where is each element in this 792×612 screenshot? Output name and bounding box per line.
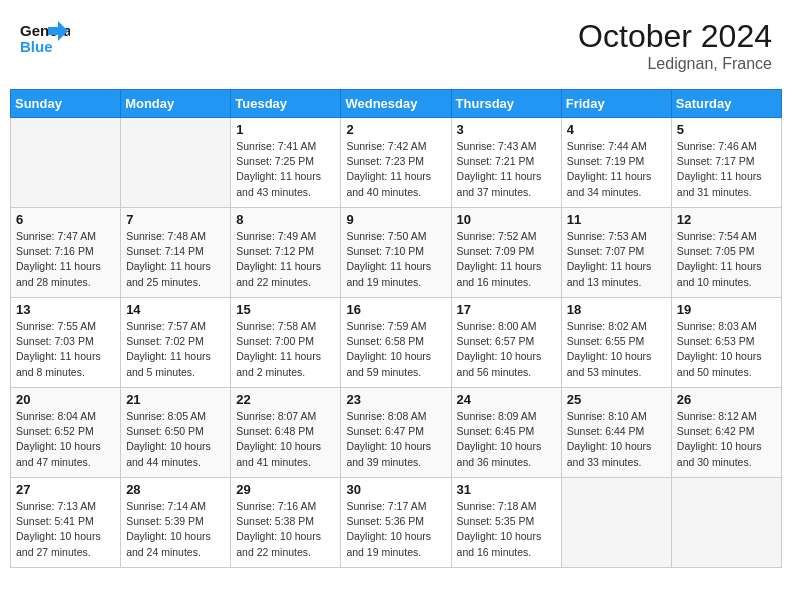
logo-icon: General Blue [20,18,70,63]
calendar-cell: 24Sunrise: 8:09 AM Sunset: 6:45 PM Dayli… [451,388,561,478]
day-info: Sunrise: 8:05 AM Sunset: 6:50 PM Dayligh… [126,409,225,470]
day-info: Sunrise: 8:03 AM Sunset: 6:53 PM Dayligh… [677,319,776,380]
calendar-cell: 14Sunrise: 7:57 AM Sunset: 7:02 PM Dayli… [121,298,231,388]
day-number: 4 [567,122,666,137]
page-header: General Blue October 2024 Ledignan, Fran… [10,10,782,81]
day-number: 29 [236,482,335,497]
calendar-week-row: 20Sunrise: 8:04 AM Sunset: 6:52 PM Dayli… [11,388,782,478]
calendar-cell [121,118,231,208]
day-number: 30 [346,482,445,497]
calendar-cell: 1Sunrise: 7:41 AM Sunset: 7:25 PM Daylig… [231,118,341,208]
day-number: 12 [677,212,776,227]
weekday-header-tuesday: Tuesday [231,90,341,118]
calendar-cell: 11Sunrise: 7:53 AM Sunset: 7:07 PM Dayli… [561,208,671,298]
weekday-header-friday: Friday [561,90,671,118]
calendar-cell: 31Sunrise: 7:18 AM Sunset: 5:35 PM Dayli… [451,478,561,568]
calendar-cell: 9Sunrise: 7:50 AM Sunset: 7:10 PM Daylig… [341,208,451,298]
day-number: 23 [346,392,445,407]
location-title: Ledignan, France [578,55,772,73]
day-info: Sunrise: 7:55 AM Sunset: 7:03 PM Dayligh… [16,319,115,380]
day-info: Sunrise: 7:50 AM Sunset: 7:10 PM Dayligh… [346,229,445,290]
calendar-week-row: 6Sunrise: 7:47 AM Sunset: 7:16 PM Daylig… [11,208,782,298]
day-number: 27 [16,482,115,497]
day-number: 1 [236,122,335,137]
calendar-cell: 22Sunrise: 8:07 AM Sunset: 6:48 PM Dayli… [231,388,341,478]
day-info: Sunrise: 7:57 AM Sunset: 7:02 PM Dayligh… [126,319,225,380]
day-info: Sunrise: 8:04 AM Sunset: 6:52 PM Dayligh… [16,409,115,470]
day-info: Sunrise: 7:49 AM Sunset: 7:12 PM Dayligh… [236,229,335,290]
calendar-cell: 17Sunrise: 8:00 AM Sunset: 6:57 PM Dayli… [451,298,561,388]
calendar-cell: 20Sunrise: 8:04 AM Sunset: 6:52 PM Dayli… [11,388,121,478]
day-number: 15 [236,302,335,317]
calendar-cell: 25Sunrise: 8:10 AM Sunset: 6:44 PM Dayli… [561,388,671,478]
day-number: 31 [457,482,556,497]
calendar-cell: 4Sunrise: 7:44 AM Sunset: 7:19 PM Daylig… [561,118,671,208]
day-info: Sunrise: 7:41 AM Sunset: 7:25 PM Dayligh… [236,139,335,200]
calendar-cell: 23Sunrise: 8:08 AM Sunset: 6:47 PM Dayli… [341,388,451,478]
day-number: 9 [346,212,445,227]
calendar-cell: 27Sunrise: 7:13 AM Sunset: 5:41 PM Dayli… [11,478,121,568]
day-info: Sunrise: 7:48 AM Sunset: 7:14 PM Dayligh… [126,229,225,290]
day-number: 10 [457,212,556,227]
day-number: 7 [126,212,225,227]
weekday-header-saturday: Saturday [671,90,781,118]
calendar-cell: 18Sunrise: 8:02 AM Sunset: 6:55 PM Dayli… [561,298,671,388]
svg-text:Blue: Blue [20,38,53,55]
day-number: 18 [567,302,666,317]
day-number: 13 [16,302,115,317]
day-number: 5 [677,122,776,137]
day-number: 11 [567,212,666,227]
calendar-cell: 21Sunrise: 8:05 AM Sunset: 6:50 PM Dayli… [121,388,231,478]
calendar-cell: 19Sunrise: 8:03 AM Sunset: 6:53 PM Dayli… [671,298,781,388]
day-info: Sunrise: 8:02 AM Sunset: 6:55 PM Dayligh… [567,319,666,380]
day-number: 17 [457,302,556,317]
logo: General Blue [20,18,70,67]
day-number: 16 [346,302,445,317]
day-info: Sunrise: 7:58 AM Sunset: 7:00 PM Dayligh… [236,319,335,380]
day-info: Sunrise: 7:53 AM Sunset: 7:07 PM Dayligh… [567,229,666,290]
day-info: Sunrise: 7:42 AM Sunset: 7:23 PM Dayligh… [346,139,445,200]
day-number: 20 [16,392,115,407]
day-info: Sunrise: 8:12 AM Sunset: 6:42 PM Dayligh… [677,409,776,470]
calendar-week-row: 1Sunrise: 7:41 AM Sunset: 7:25 PM Daylig… [11,118,782,208]
month-title: October 2024 [578,18,772,55]
day-info: Sunrise: 7:18 AM Sunset: 5:35 PM Dayligh… [457,499,556,560]
calendar-table: SundayMondayTuesdayWednesdayThursdayFrid… [10,89,782,568]
day-info: Sunrise: 8:10 AM Sunset: 6:44 PM Dayligh… [567,409,666,470]
calendar-week-row: 13Sunrise: 7:55 AM Sunset: 7:03 PM Dayli… [11,298,782,388]
calendar-cell: 7Sunrise: 7:48 AM Sunset: 7:14 PM Daylig… [121,208,231,298]
calendar-cell: 6Sunrise: 7:47 AM Sunset: 7:16 PM Daylig… [11,208,121,298]
calendar-cell: 10Sunrise: 7:52 AM Sunset: 7:09 PM Dayli… [451,208,561,298]
day-info: Sunrise: 7:14 AM Sunset: 5:39 PM Dayligh… [126,499,225,560]
calendar-cell [561,478,671,568]
day-info: Sunrise: 7:43 AM Sunset: 7:21 PM Dayligh… [457,139,556,200]
day-number: 2 [346,122,445,137]
calendar-cell: 13Sunrise: 7:55 AM Sunset: 7:03 PM Dayli… [11,298,121,388]
day-number: 21 [126,392,225,407]
calendar-cell [11,118,121,208]
day-info: Sunrise: 8:07 AM Sunset: 6:48 PM Dayligh… [236,409,335,470]
calendar-cell [671,478,781,568]
calendar-cell: 2Sunrise: 7:42 AM Sunset: 7:23 PM Daylig… [341,118,451,208]
day-info: Sunrise: 8:00 AM Sunset: 6:57 PM Dayligh… [457,319,556,380]
day-info: Sunrise: 7:13 AM Sunset: 5:41 PM Dayligh… [16,499,115,560]
day-number: 19 [677,302,776,317]
day-number: 3 [457,122,556,137]
day-info: Sunrise: 7:16 AM Sunset: 5:38 PM Dayligh… [236,499,335,560]
weekday-header-monday: Monday [121,90,231,118]
day-info: Sunrise: 8:09 AM Sunset: 6:45 PM Dayligh… [457,409,556,470]
title-block: October 2024 Ledignan, France [578,18,772,73]
day-info: Sunrise: 7:59 AM Sunset: 6:58 PM Dayligh… [346,319,445,380]
day-number: 14 [126,302,225,317]
day-info: Sunrise: 7:17 AM Sunset: 5:36 PM Dayligh… [346,499,445,560]
day-info: Sunrise: 7:44 AM Sunset: 7:19 PM Dayligh… [567,139,666,200]
day-number: 25 [567,392,666,407]
weekday-header-row: SundayMondayTuesdayWednesdayThursdayFrid… [11,90,782,118]
day-number: 28 [126,482,225,497]
calendar-cell: 12Sunrise: 7:54 AM Sunset: 7:05 PM Dayli… [671,208,781,298]
calendar-week-row: 27Sunrise: 7:13 AM Sunset: 5:41 PM Dayli… [11,478,782,568]
calendar-cell: 15Sunrise: 7:58 AM Sunset: 7:00 PM Dayli… [231,298,341,388]
calendar-cell: 26Sunrise: 8:12 AM Sunset: 6:42 PM Dayli… [671,388,781,478]
weekday-header-thursday: Thursday [451,90,561,118]
day-number: 24 [457,392,556,407]
